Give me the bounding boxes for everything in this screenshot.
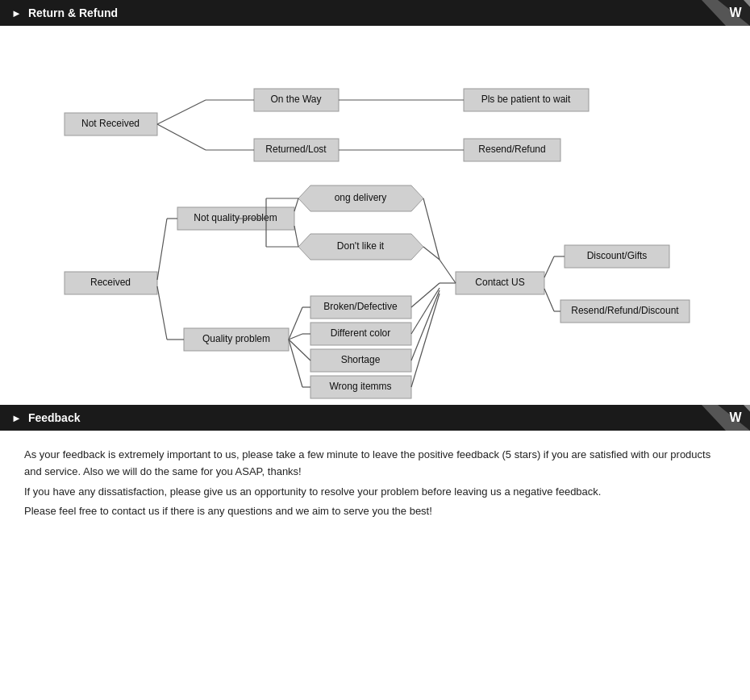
feedback-paragraph-3: Please feel free to contact us if there … [24,503,726,520]
svg-line-29 [157,286,167,340]
resend-refund-node: Resend/Refund [478,144,545,155]
return-refund-icon: ► [11,7,22,19]
feedback-icon: ► [11,412,22,424]
svg-line-54 [544,289,554,311]
svg-line-31 [294,198,298,211]
feedback-section: As your feedback is extremely important … [0,431,750,536]
return-refund-title: Return & Refund [28,6,118,19]
feedback-paragraph-1: As your feedback is extremely important … [24,447,726,481]
broken-defective-node: Broken/Defective [323,301,398,312]
returned-lost-node: Returned/Lost [265,144,327,155]
contact-us-node: Contact US [475,277,524,288]
received-node: Received [90,277,131,288]
feedback-title: Feedback [28,411,81,424]
not-quality-problem-node: Not quality problem [194,212,277,223]
return-refund-header: ► Return & Refund W [0,0,750,26]
quality-problem-node: Quality problem [202,333,270,344]
resend-refund-discount-node: Resend/Refund/Discount [571,305,679,316]
diagram-section: Not Received On the Way Returned/Lost Pl… [0,26,750,405]
svg-line-45 [440,260,456,283]
ong-delivery-node: ong delivery [335,192,387,203]
svg-line-50 [411,290,440,360]
flowchart-diagram: Not Received On the Way Returned/Lost Pl… [0,42,750,413]
svg-line-11 [157,124,206,150]
feedback-paragraph-2: If you have any dissatisfaction, please … [24,484,726,501]
on-the-way-node: On the Way [271,94,322,105]
dont-like-it-node: Don't like it [337,240,385,252]
wrong-items-node: Wrong itemms [329,381,391,392]
svg-line-44 [423,198,440,260]
svg-line-32 [294,226,298,247]
discount-gifts-node: Discount/Gifts [587,250,648,261]
not-received-node: Not Received [81,118,140,129]
svg-text:W: W [729,409,741,425]
shortage-node: Shortage [341,354,381,365]
svg-line-9 [157,100,206,124]
svg-text:W: W [729,4,741,20]
feedback-header: ► Feedback W [0,405,750,431]
different-color-node: Different color [331,327,390,339]
svg-line-27 [157,219,167,280]
pls-be-patient-node: Pls be patient to wait [481,94,571,105]
svg-line-51 [411,294,440,387]
svg-line-52 [544,256,554,277]
